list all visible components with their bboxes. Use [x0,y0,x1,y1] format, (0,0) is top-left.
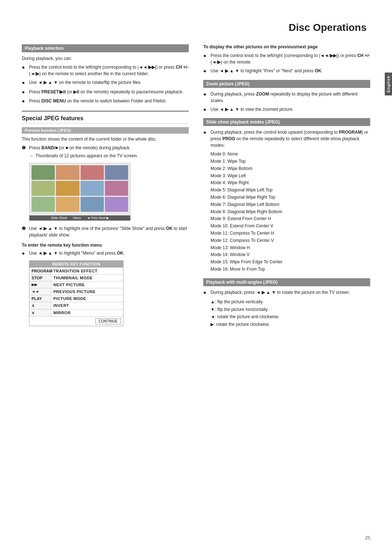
mode-10: Mode 10: Extend From Center V [211,223,370,230]
mode-2: Mode 2: Wipe Bottom [211,165,370,173]
multi-angles-section: Playback with multi-angles (JPEG) ● Duri… [203,278,370,328]
remote-table-row-5: PLAY PICTURE MODE [29,295,123,302]
preview-footer-menu: Menu [73,216,81,220]
thumb-7 [81,181,104,196]
bullet-dot: ● [203,129,209,136]
zoom-item-1: ● During playback, press ZOOM repeatedly… [203,91,370,104]
thumb-5 [32,181,55,196]
thumb-12 [105,197,128,212]
remote-table-header: REMOTE KEY FUNCTION [29,261,123,267]
special-jpeg-title: Special JPEG features [22,115,189,123]
mode-12: Mode 12: Compress To Center V [211,237,370,244]
display-other-header: To display the other pictures on the pre… [203,44,370,49]
remote-table-footer: CONTINUE [29,316,123,326]
bullet-dot: ● [203,106,209,113]
continue-button[interactable]: CONTINUE [95,318,121,324]
thumb-6 [56,181,79,196]
remote-table-row-4: ◄◄ PREVIOUS PICTURE [29,288,123,295]
preview-grid [29,163,130,214]
bullet-dot: ● [203,289,209,296]
preview-step1: ❶ Press BAND/■ (or ■ on the remote) duri… [22,145,189,151]
bullet-dot: ● [203,68,209,75]
preview-footer: Slide Show Menu ◄ Prev Next ▶ [29,215,130,220]
playback-intro: During playback, you can: [22,55,189,62]
zoom-item-2-text: Use ◄ ▶ ▲ ▼ to view the zoomed picture. [211,106,370,113]
multi-angles-intro: ● During playback, press ◄ ▶ ▲ ▼ to rota… [203,289,370,296]
remote-val-rew: PREVIOUS PICTURE [51,288,123,295]
mode-16: Mode 16: Move In From Top [211,266,370,273]
multi-angles-items: ▲: flip the picture vertically. ▼: flip … [211,298,370,328]
display-other-item-2-text: Use ◄ ▶ ▲ ▼ to highlight "Prev" or "Next… [211,68,370,74]
playback-selection-header: Playback selection [22,44,189,52]
playback-item-2: ● Use ◄ ▶ ▲ ▼ on the remote to rotate/fl… [22,79,189,86]
bullet-dot: ● [22,64,28,71]
thumb-2 [56,165,79,180]
step-number-2: ❷ [22,225,28,232]
mode-14: Mode 14: Window V [211,251,370,259]
remote-key-program: PROGRAM [29,268,51,274]
right-column: To display the other pictures on the pre… [203,44,370,330]
mode-list: Mode 0: None Mode 1: Wipe Top Mode 2: Wi… [211,151,370,273]
left-column: Playback selection During playback, you … [22,44,189,330]
mode-4: Mode 4: Wipe Right [211,179,370,187]
playback-item-4-text: Press DISC MENU on the remote to switch … [29,98,189,104]
remote-key-text: Use ◄ ▶ ▲ ▼ to highlight "Menu" and pres… [29,250,189,256]
display-other-item-1: ● Press the control knob to the left/rig… [203,52,370,65]
bullet-dot: ● [203,91,209,98]
thumb-3 [81,165,104,180]
playback-item-3: ● Press PRESET/▶II (or ▶II on the remote… [22,89,189,96]
zoom-section: Zoom picture (JPEG) ● During playback, p… [203,80,370,113]
remote-val-play: PICTURE MODE [51,295,123,302]
remote-key-section: To enter the remote key function menu ● … [22,243,189,327]
main-content: Playback selection During playback, you … [22,44,370,330]
preview-step1-arrow: → Thumbnails of 12 pictures appears on t… [29,153,189,158]
slideshow-intro-item: ● During playback, press the control kno… [203,129,370,149]
bullet-dot: ● [22,98,28,105]
remote-key-play: PLAY [29,295,51,302]
page-title: Disc Operations [22,22,370,33]
preview-image-area: Slide Show Menu ◄ Prev Next ▶ [29,163,131,221]
preview-step1-arrow-text: Thumbnails of 12 pictures appears on the… [36,153,138,158]
playback-item-3-text: Press PRESET/▶II (or ▶II on the remote) … [29,89,189,95]
multi-angles-item-3: ◄: rotate the picture anti-clockwise. [211,313,370,320]
special-jpeg-section: Special JPEG features Preview function (… [22,111,189,327]
remote-val-fwd: NEXT PICTURE [51,281,123,288]
mode-11: Mode 11: Compress To Center H [211,230,370,237]
zoom-item-1-text: During playback, press ZOOM repeatedly t… [211,91,370,104]
remote-key-up: ∧ [29,302,51,309]
remote-key-fwd: ▶▶ [29,281,51,288]
remote-key-stop: STOP [29,275,51,281]
bullet-dot: ● [203,52,209,60]
remote-val-stop: THUMBNAIL MODE [51,275,123,281]
remote-key-down: ∨ [29,309,51,316]
thumb-8 [105,181,128,196]
mode-15: Mode 15: Wipe From Edge To Center [211,259,370,266]
preview-function-intro: This function shows the content of the c… [22,136,189,142]
slideshow-header: Slide show playback modes (JPEG) [203,118,370,126]
display-other-section: To display the other pictures on the pre… [203,44,370,75]
playback-item-1: ● Press the control knob to the left/rig… [22,64,189,77]
zoom-item-2: ● Use ◄ ▶ ▲ ▼ to view the zoomed picture… [203,106,370,113]
page-number: 25 [365,535,370,540]
page-container: English Disc Operations Playback selecti… [0,0,392,555]
playback-item-1-text: Press the control knob to the left/right… [29,64,189,77]
mode-7: Mode 7: Diagonal Wipe Left Bottom [211,201,370,208]
display-other-item-2: ● Use ◄ ▶ ▲ ▼ to highlight "Prev" or "Ne… [203,68,370,75]
bullet-dot: ● [22,89,28,96]
mode-6: Mode 6: Diagonal Wipe Right Top [211,194,370,201]
multi-angles-item-1: ▲: flip the picture vertically. [211,298,370,305]
preview-footer-slideshow: Slide Show [51,216,67,220]
remote-val-up: INVERT [51,302,123,309]
preview-step1-text: Press BAND/■ (or ■ on the remote) during… [29,145,189,151]
preview-step2-text: Use ◄ ▶ ▲ ▼ to highlight one of the pict… [29,225,189,238]
mode-5: Mode 5: Diagonal Wipe Left Top [211,187,370,194]
playback-item-4: ● Press DISC MENU on the remote to switc… [22,98,189,105]
mode-3: Mode 3: Wipe Left [211,173,370,180]
mode-8: Mode 8: Diagonal Wipe Right Bottom [211,208,370,216]
mode-9: Mode 9: Extend From Center H [211,215,370,223]
remote-table-row-3: ▶▶ NEXT PICTURE [29,281,123,288]
display-other-item-1-text: Press the control knob to the left/right… [211,52,370,65]
language-tab: English [385,73,392,96]
multi-angles-item-4: ▶: rotate the picture clockwise. [211,321,370,328]
section-divider [22,111,189,112]
